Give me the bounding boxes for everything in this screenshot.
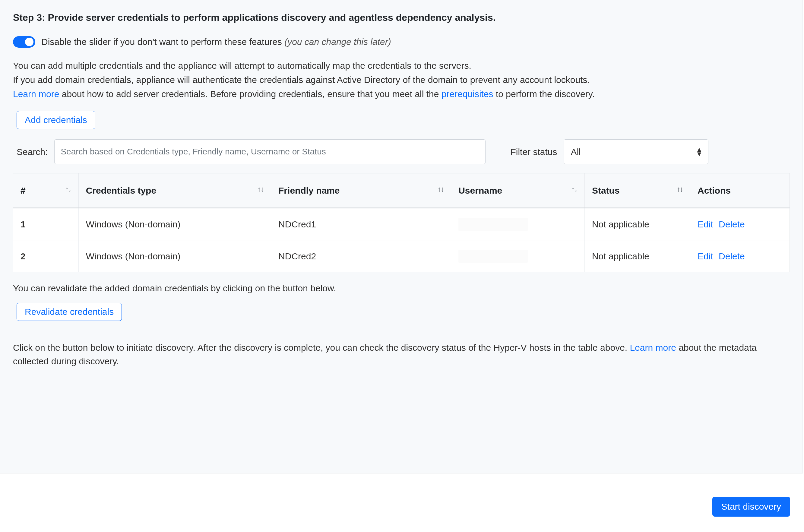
feature-toggle[interactable] [13, 36, 35, 48]
table-row: 2 Windows (Non-domain) NDCred2 Not appli… [13, 240, 789, 272]
delete-link[interactable]: Delete [719, 219, 745, 229]
footer-bar: Start discovery [0, 481, 803, 532]
username-redacted [458, 218, 528, 231]
cell-status: Not applicable [585, 240, 690, 272]
description-line-2: If you add domain credentials, appliance… [13, 73, 790, 87]
cell-status: Not applicable [585, 208, 690, 240]
sort-icon: ↑↓ [257, 184, 264, 194]
column-header-user[interactable]: Username↑↓ [451, 173, 585, 208]
cell-user [451, 240, 585, 272]
step-title: Step 3: Provide server credentials to pe… [13, 10, 790, 25]
description-line-3-end: to perform the discovery. [493, 89, 595, 99]
discovery-info: Click on the button below to initiate di… [13, 341, 790, 368]
credentials-table: #↑↓ Credentials type↑↓ Friendly name↑↓ U… [13, 173, 789, 272]
description-block: You can add multiple credentials and the… [13, 59, 790, 101]
table-header-row: #↑↓ Credentials type↑↓ Friendly name↑↓ U… [13, 173, 789, 208]
toggle-label-hint: (you can change this later) [284, 37, 391, 47]
description-line-3: Learn more about how to add server crede… [13, 87, 790, 101]
search-filter-row: Search: Filter status All ▲▼ [17, 139, 790, 164]
sort-icon: ↑↓ [677, 184, 683, 194]
search-input[interactable] [54, 139, 485, 164]
filter-status-label: Filter status [510, 145, 557, 159]
column-header-type[interactable]: Credentials type↑↓ [78, 173, 271, 208]
credentials-table-wrap: #↑↓ Credentials type↑↓ Friendly name↑↓ U… [13, 173, 790, 272]
description-line-1: You can add multiple credentials and the… [13, 59, 790, 72]
revalidate-credentials-button[interactable]: Revalidate credentials [17, 303, 122, 321]
edit-link[interactable]: Edit [697, 251, 713, 261]
sort-icon: ↑↓ [65, 184, 71, 194]
cell-name: NDCred2 [271, 240, 451, 272]
start-discovery-button[interactable]: Start discovery [712, 497, 790, 517]
cell-actions: Edit Delete [690, 240, 789, 272]
cell-actions: Edit Delete [690, 208, 789, 240]
discovery-info-pre: Click on the button below to initiate di… [13, 343, 630, 353]
description-line-3-mid: about how to add server credentials. Bef… [59, 89, 441, 99]
username-redacted [458, 250, 528, 263]
sort-icon: ↑↓ [438, 184, 444, 194]
revalidate-info: You can revalidate the added domain cred… [13, 281, 790, 295]
toggle-label-text: Disable the slider if you don't want to … [41, 37, 284, 47]
cell-type: Windows (Non-domain) [78, 240, 271, 272]
feature-toggle-label: Disable the slider if you don't want to … [41, 35, 391, 49]
prerequisites-link[interactable]: prerequisites [441, 89, 493, 99]
feature-toggle-row: Disable the slider if you don't want to … [13, 35, 790, 49]
search-label: Search: [17, 145, 47, 159]
sort-icon: ↑↓ [571, 184, 577, 194]
toggle-knob [25, 38, 34, 46]
cell-name: NDCred1 [271, 208, 451, 240]
column-header-status[interactable]: Status↑↓ [585, 173, 690, 208]
add-credentials-button[interactable]: Add credentials [17, 111, 95, 129]
cell-user [451, 208, 585, 240]
column-header-name[interactable]: Friendly name↑↓ [271, 173, 451, 208]
cell-type: Windows (Non-domain) [78, 208, 271, 240]
column-header-actions: Actions [690, 173, 789, 208]
credentials-panel: Step 3: Provide server credentials to pe… [0, 0, 803, 474]
discovery-learn-more-link[interactable]: Learn more [630, 343, 676, 353]
table-row: 1 Windows (Non-domain) NDCred1 Not appli… [13, 208, 789, 240]
cell-index: 2 [13, 240, 78, 272]
cell-index: 1 [13, 208, 78, 240]
delete-link[interactable]: Delete [719, 251, 745, 261]
edit-link[interactable]: Edit [697, 219, 713, 229]
filter-status-select[interactable]: All [563, 139, 708, 164]
learn-more-link[interactable]: Learn more [13, 89, 59, 99]
column-header-index[interactable]: #↑↓ [13, 173, 78, 208]
